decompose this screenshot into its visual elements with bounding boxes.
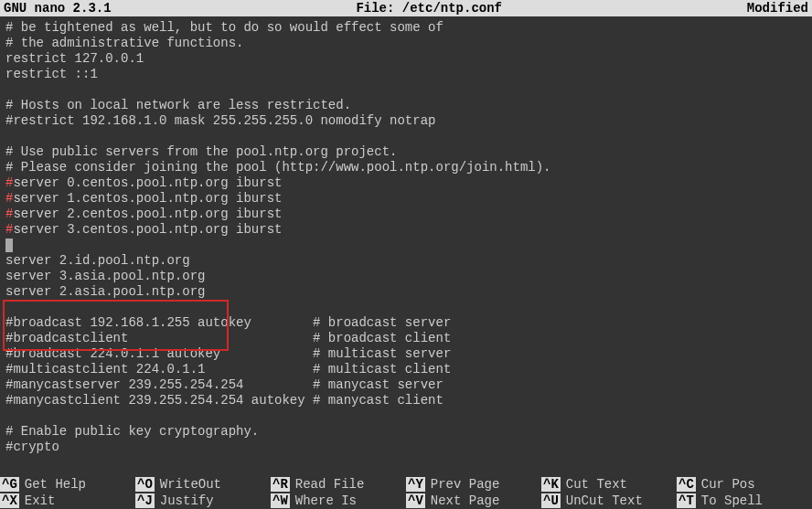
- hash-mark: #: [5, 175, 13, 190]
- shortcut-key: ^V: [406, 493, 425, 508]
- editor-line: #broadcast 192.168.1.255 autokey # broad…: [5, 315, 807, 331]
- shortcut-label: Read File: [295, 477, 365, 492]
- shortcut-key: ^J: [135, 493, 155, 508]
- shortcut-read-file[interactable]: ^RRead File: [271, 476, 406, 493]
- hash-mark: #: [5, 207, 13, 221]
- shortcut-key: ^T: [677, 493, 696, 508]
- file-name: File: /etc/ntp.conf: [112, 1, 747, 16]
- shortcut-exit[interactable]: ^XExit: [0, 493, 135, 509]
- shortcut-label: Next Page: [431, 493, 500, 508]
- editor-line: #manycastserver 239.255.254.254 # manyca…: [5, 377, 807, 393]
- shortcut-key: ^G: [0, 477, 19, 492]
- shortcut-label: Cur Pos: [701, 477, 755, 492]
- shortcut-uncut-text[interactable]: ^UUnCut Text: [541, 493, 677, 509]
- editor-line: server 2.id.pool.ntp.org: [5, 253, 807, 269]
- editor-line: #broadcastclient # broadcast client: [5, 331, 807, 346]
- editor-line: # Use public servers from the pool.ntp.o…: [5, 144, 807, 160]
- shortcut-prev-page[interactable]: ^YPrev Page: [406, 476, 541, 493]
- shortcut-cur-pos[interactable]: ^CCur Pos: [677, 476, 812, 493]
- shortcut-label: Exit: [25, 493, 56, 508]
- shortcut-label: WriteOut: [160, 477, 221, 492]
- shortcut-label: Cut Text: [566, 477, 627, 492]
- editor-line: server 2.asia.pool.ntp.org: [5, 284, 807, 300]
- editor-line: #manycastclient 239.255.254.254 autokey …: [5, 393, 807, 408]
- editor-line: [5, 300, 807, 315]
- shortcut-cut-text[interactable]: ^KCut Text: [541, 476, 677, 493]
- editor-line: #server 2.centos.pool.ntp.org iburst: [5, 207, 807, 222]
- editor-line: restrict 127.0.0.1: [5, 51, 807, 67]
- editor-line: #restrict 192.168.1.0 mask 255.255.255.0…: [5, 113, 807, 129]
- editor-line: #crypto: [5, 440, 807, 455]
- app-name: GNU nano 2.3.1: [4, 1, 112, 16]
- shortcut-next-page[interactable]: ^VNext Page: [406, 493, 541, 509]
- shortcut-bar: ^GGet Help^OWriteOut^RRead File^YPrev Pa…: [0, 476, 812, 509]
- modified-status: Modified: [747, 1, 808, 16]
- text-cursor: [5, 239, 13, 252]
- shortcut-key: ^Y: [406, 477, 425, 492]
- shortcut-label: To Spell: [701, 493, 763, 508]
- editor-line: # Hosts on local network are less restri…: [5, 98, 807, 113]
- shortcut-label: UnCut Text: [566, 493, 643, 508]
- editor-line: # the administrative functions.: [5, 36, 807, 51]
- editor-line: server 3.asia.pool.ntp.org: [5, 269, 807, 284]
- editor-line: # be tightened as well, but to do so wou…: [5, 20, 807, 36]
- editor-line: [5, 129, 807, 144]
- shortcut-key: ^W: [271, 493, 290, 508]
- editor-line: #server 0.centos.pool.ntp.org iburst: [5, 175, 807, 191]
- shortcut-where-is[interactable]: ^WWhere Is: [271, 493, 406, 509]
- shortcut-label: Get Help: [25, 477, 86, 492]
- editor-line: restrict ::1: [5, 67, 807, 82]
- editor-line: #broadcast 224.0.1.1 autokey # multicast…: [5, 346, 807, 362]
- editor-line: #multicastclient 224.0.1.1 # multicast c…: [5, 362, 807, 377]
- shortcut-key: ^K: [541, 477, 561, 492]
- shortcut-row-2: ^XExit^JJustify^WWhere Is^VNext Page^UUn…: [0, 493, 812, 509]
- shortcut-writeout[interactable]: ^OWriteOut: [135, 476, 271, 493]
- title-bar: GNU nano 2.3.1 File: /etc/ntp.conf Modif…: [0, 0, 812, 16]
- editor-line: [5, 82, 807, 98]
- editor-line: [5, 408, 807, 424]
- editor-line: # Enable public key cryptography.: [5, 424, 807, 440]
- shortcut-key: ^O: [135, 477, 155, 492]
- shortcut-key: ^C: [677, 477, 696, 492]
- shortcut-key: ^R: [271, 477, 290, 492]
- editor-line: # Please consider joining the pool (http…: [5, 160, 807, 175]
- shortcut-key: ^U: [541, 493, 561, 508]
- shortcut-label: Justify: [160, 493, 214, 508]
- hash-mark: #: [5, 191, 13, 206]
- shortcut-justify[interactable]: ^JJustify: [135, 493, 271, 509]
- editor-line: #server 3.centos.pool.ntp.org iburst: [5, 222, 807, 238]
- editor-line: #server 1.centos.pool.ntp.org iburst: [5, 191, 807, 207]
- shortcut-get-help[interactable]: ^GGet Help: [0, 476, 135, 493]
- hash-mark: #: [5, 222, 13, 237]
- shortcut-key: ^X: [0, 493, 19, 508]
- shortcut-row-1: ^GGet Help^OWriteOut^RRead File^YPrev Pa…: [0, 476, 812, 493]
- editor-line: [5, 238, 807, 253]
- editor-area[interactable]: # be tightened as well, but to do so wou…: [0, 16, 812, 455]
- shortcut-to-spell[interactable]: ^TTo Spell: [677, 493, 812, 509]
- shortcut-label: Prev Page: [431, 477, 500, 492]
- shortcut-label: Where Is: [295, 493, 357, 508]
